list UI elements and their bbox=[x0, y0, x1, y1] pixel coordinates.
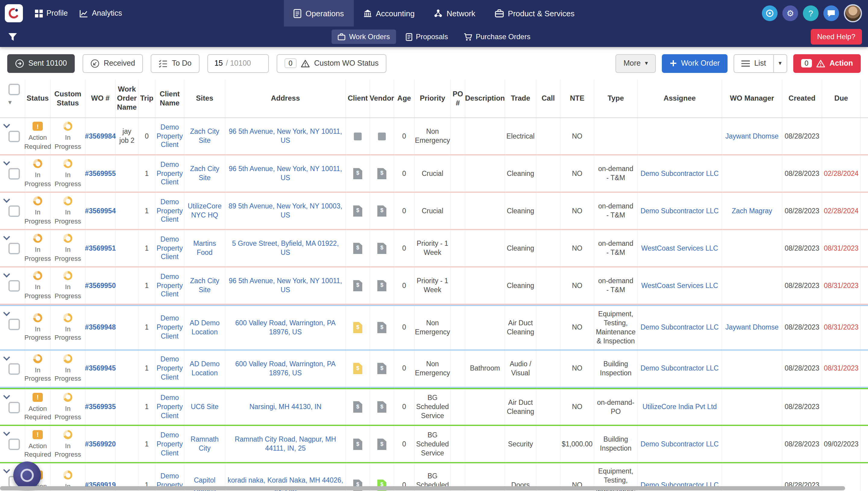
row-checkbox[interactable] bbox=[8, 402, 20, 413]
header-wo-manager[interactable]: WO Manager bbox=[722, 80, 782, 117]
wo-number-link[interactable]: #3569935 bbox=[85, 402, 116, 411]
row-expand-chevron-icon[interactable] bbox=[3, 271, 10, 278]
row-checkbox[interactable] bbox=[8, 243, 20, 254]
wo-number-link[interactable]: #3569955 bbox=[85, 169, 116, 178]
header-status[interactable]: Status bbox=[25, 80, 51, 117]
address-link[interactable]: 5 Grove Street, Byfield, MA 01922, US bbox=[227, 239, 343, 257]
select-menu-caret-icon[interactable]: ▾ bbox=[8, 99, 11, 106]
wo-manager-link[interactable]: Zach Magray bbox=[732, 206, 772, 215]
vendor-doc-icon[interactable]: $ bbox=[377, 363, 386, 374]
sent-filter-button[interactable]: Sent 10100 bbox=[7, 54, 75, 73]
header-po-number[interactable]: PO # bbox=[451, 80, 465, 117]
row-expand-chevron-icon[interactable] bbox=[3, 196, 10, 203]
row-expand-chevron-icon[interactable] bbox=[3, 392, 10, 399]
client-doc-icon[interactable]: $ bbox=[353, 363, 362, 374]
client-doc-icon[interactable]: $ bbox=[353, 280, 362, 291]
row-checkbox[interactable] bbox=[8, 205, 20, 217]
client-name-link[interactable]: Demo Property Client bbox=[157, 431, 183, 458]
client-name-link[interactable]: Demo Property Client bbox=[157, 272, 183, 299]
row-expand-chevron-icon[interactable] bbox=[3, 233, 10, 240]
client-doc-icon[interactable] bbox=[354, 132, 362, 140]
status-icon[interactable] bbox=[33, 271, 42, 280]
custom-status-icon[interactable] bbox=[63, 159, 72, 168]
vendor-doc-icon[interactable]: $ bbox=[377, 322, 386, 334]
received-filter-button[interactable]: Received bbox=[83, 54, 143, 73]
custom-status-icon[interactable] bbox=[63, 313, 72, 322]
address-link[interactable]: 96 5th Avenue, New York, NY 10011, US bbox=[227, 165, 343, 182]
header-wo-name[interactable]: Work Order Name bbox=[116, 80, 139, 117]
client-doc-icon[interactable]: $ bbox=[353, 439, 362, 450]
status-icon[interactable] bbox=[33, 354, 42, 363]
need-help-button[interactable]: Need Help? bbox=[810, 29, 862, 45]
assignee-link[interactable]: UtilizeCore India Pvt Ltd bbox=[643, 402, 717, 411]
header-trade[interactable]: Trade bbox=[505, 80, 536, 117]
quick-actions-icon[interactable] bbox=[762, 5, 778, 21]
client-name-link[interactable]: Demo Property Client bbox=[157, 160, 183, 187]
menu-products-services[interactable]: Product & Services bbox=[485, 0, 584, 27]
client-doc-icon[interactable]: $ bbox=[353, 205, 362, 216]
wo-manager-link[interactable]: Jaywant Dhomse bbox=[725, 132, 779, 141]
wo-number-link[interactable]: #3569920 bbox=[85, 440, 116, 449]
custom-status-icon[interactable] bbox=[63, 271, 72, 280]
vendor-doc-icon[interactable]: $ bbox=[377, 280, 386, 291]
address-link[interactable]: Ramnath City Road, Nagpur, MH 44111, IN,… bbox=[227, 435, 343, 453]
header-nte[interactable]: NTE bbox=[561, 80, 594, 117]
assignee-link[interactable]: Demo Subcontractor LLC bbox=[640, 323, 719, 332]
site-link[interactable]: Ramnath City bbox=[186, 435, 223, 453]
user-avatar[interactable] bbox=[844, 4, 862, 22]
action-required-button[interactable]: 0 Action bbox=[793, 54, 861, 73]
wo-number-link[interactable]: #3569950 bbox=[85, 281, 116, 290]
row-checkbox[interactable] bbox=[8, 363, 20, 375]
vendor-doc-icon[interactable]: $ bbox=[377, 168, 386, 179]
list-view-button[interactable]: List bbox=[734, 54, 774, 73]
more-button[interactable]: More ▾ bbox=[616, 54, 656, 73]
status-icon[interactable] bbox=[32, 393, 43, 402]
assignee-link[interactable]: WestCoast Services LLC bbox=[641, 244, 718, 253]
custom-status-icon[interactable] bbox=[63, 471, 72, 480]
wo-number-link[interactable]: #3569951 bbox=[85, 244, 116, 253]
header-client-doc[interactable]: Client bbox=[346, 80, 370, 117]
address-link[interactable]: 600 Valley Road, Warrington, PA 18976, U… bbox=[227, 360, 343, 378]
header-wo-number[interactable]: WO # bbox=[86, 80, 116, 117]
assignee-link[interactable]: Demo Subcontractor LLC bbox=[640, 364, 719, 373]
client-name-link[interactable]: Demo Property Client bbox=[157, 394, 183, 421]
assignee-link[interactable]: Demo Subcontractor LLC bbox=[640, 440, 719, 449]
nav-profile[interactable]: Profile bbox=[29, 9, 74, 18]
status-icon[interactable] bbox=[33, 196, 42, 205]
custom-status-icon[interactable] bbox=[63, 234, 72, 243]
header-age[interactable]: Age bbox=[394, 80, 415, 117]
header-sites[interactable]: Sites bbox=[185, 80, 225, 117]
wo-number-link[interactable]: #3569954 bbox=[85, 206, 116, 215]
client-doc-icon[interactable]: $ bbox=[353, 168, 362, 179]
vendor-doc-icon[interactable]: $ bbox=[377, 439, 386, 450]
vendor-doc-icon[interactable] bbox=[378, 132, 386, 140]
custom-status-icon[interactable] bbox=[63, 354, 72, 363]
client-doc-icon[interactable]: $ bbox=[353, 401, 362, 413]
header-address[interactable]: Address bbox=[225, 80, 346, 117]
header-priority[interactable]: Priority bbox=[415, 80, 451, 117]
wo-number-link[interactable]: #3569945 bbox=[85, 364, 116, 373]
menu-network[interactable]: Network bbox=[424, 0, 485, 27]
client-doc-icon[interactable]: $ bbox=[353, 322, 362, 334]
status-icon[interactable] bbox=[32, 122, 43, 131]
header-created[interactable]: Created bbox=[782, 80, 822, 117]
site-link[interactable]: AD Demo Location bbox=[186, 319, 223, 337]
page-size-input[interactable]: 15 / 10100 bbox=[207, 54, 269, 73]
site-link[interactable]: Zach City Site bbox=[186, 165, 223, 182]
client-name-link[interactable]: Demo Property Client bbox=[157, 123, 183, 150]
header-client-name[interactable]: Client Name bbox=[156, 80, 185, 117]
tab-purchase-orders[interactable]: Purchase Orders bbox=[457, 30, 536, 44]
client-name-link[interactable]: Demo Property Client bbox=[157, 235, 183, 262]
status-icon[interactable] bbox=[32, 430, 43, 439]
todo-filter-button[interactable]: To Do bbox=[151, 54, 199, 73]
assignee-link[interactable]: Demo Subcontractor LLC bbox=[640, 206, 719, 215]
tab-work-orders[interactable]: Work Orders bbox=[332, 30, 396, 44]
assignee-link[interactable]: WestCoast Services LLC bbox=[641, 281, 718, 290]
client-name-link[interactable]: Demo Property Client bbox=[157, 355, 183, 382]
tab-proposals[interactable]: Proposals bbox=[400, 30, 454, 44]
horizontal-scrollbar-thumb[interactable] bbox=[0, 486, 845, 490]
wo-manager-link[interactable]: Jaywant Dhomse bbox=[725, 323, 779, 332]
header-trip[interactable]: Trip bbox=[139, 80, 156, 117]
header-call[interactable]: Call bbox=[536, 80, 561, 117]
row-checkbox[interactable] bbox=[8, 168, 20, 179]
